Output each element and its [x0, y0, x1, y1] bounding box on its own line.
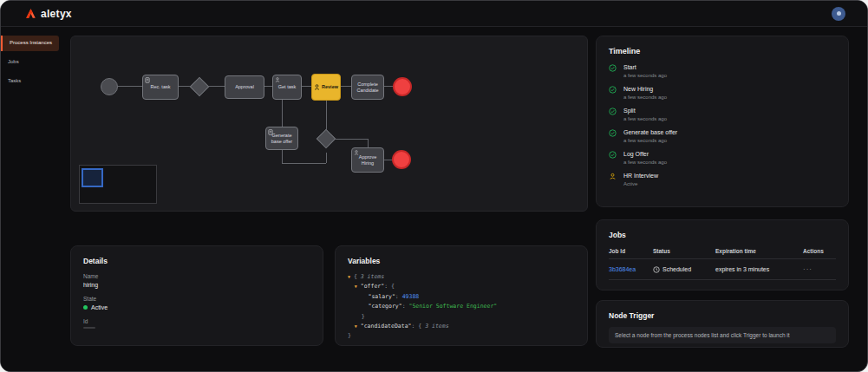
sidebar-item-label: Process Instances	[10, 40, 52, 45]
details-state-field: State Active	[83, 296, 310, 310]
col-status: Status	[653, 248, 715, 254]
active-state-dot	[83, 305, 88, 310]
timeline-item-label: Generate base offer	[623, 129, 677, 135]
aletyx-logo[interactable]: aletyx	[25, 8, 72, 20]
gateway-split-node[interactable]	[190, 77, 210, 97]
node-label: Approve Hiring	[354, 154, 382, 166]
edge	[282, 163, 326, 164]
task-node-rec-task[interactable]: Rec. task	[142, 75, 179, 100]
node-trigger-description: Select a node from the process nodes lis…	[609, 327, 836, 343]
details-panel: Details Name hiring State Active Id	[70, 245, 323, 346]
edge	[302, 86, 311, 87]
variables-title: Variables	[348, 257, 575, 265]
end-event-node-bottom[interactable]	[392, 150, 411, 169]
edge	[326, 153, 327, 163]
node-label: Rec. task	[151, 84, 171, 89]
col-job-id: Job Id	[609, 248, 653, 254]
jobs-table-row: 3b3684ea Scheduled expires in 3 minutes …	[609, 259, 836, 280]
edge	[341, 86, 351, 87]
timeline-item-label: Start	[623, 64, 667, 70]
edge	[118, 86, 142, 87]
job-actions-menu-button[interactable]: ···	[803, 265, 836, 273]
task-node-generate-base-offer[interactable]: Generate base offer	[265, 127, 298, 150]
json-key: "offer"	[361, 283, 384, 290]
timeline-item-split: Split a few seconds ago	[609, 108, 836, 121]
active-user-icon	[609, 173, 617, 186]
name-value: hiring	[83, 282, 310, 288]
json-brace: }	[348, 332, 351, 339]
timeline-item-sub: a few seconds ago	[623, 95, 667, 100]
json-colon: :	[395, 293, 399, 300]
collapse-arrow-icon[interactable]: ▼	[355, 284, 357, 289]
gateway-join-node[interactable]	[317, 129, 336, 149]
end-event-node-top[interactable]	[393, 77, 412, 96]
sidebar: Process Instances Jobs Tasks	[1, 27, 59, 371]
process-diagram-canvas[interactable]: Rec. task Approval Get task Review Compl…	[70, 36, 588, 212]
json-brace: {	[418, 323, 421, 330]
timeline-item-sub: a few seconds ago	[623, 160, 667, 165]
json-number: 49388	[402, 293, 420, 300]
node-label: Get task	[278, 84, 296, 89]
timeline-item-label: HR Interview	[623, 173, 658, 179]
sidebar-item-label: Tasks	[8, 78, 21, 83]
edge	[282, 100, 283, 127]
edge	[282, 150, 283, 163]
name-label: Name	[83, 273, 310, 279]
start-event-node[interactable]	[101, 78, 118, 95]
json-string: "Senior Software Engineer"	[408, 303, 497, 310]
aletyx-logo-icon	[25, 8, 36, 19]
collapse-arrow-icon[interactable]: ▼	[348, 274, 350, 279]
edge	[384, 86, 393, 87]
task-node-complete-candidate[interactable]: Complete Candidate	[351, 75, 384, 100]
script-task-icon	[268, 129, 273, 135]
task-node-get-task[interactable]: Get task	[272, 75, 302, 100]
edge	[326, 101, 327, 132]
collapse-arrow-icon[interactable]: ▼	[355, 323, 357, 329]
sidebar-item-label: Jobs	[8, 59, 19, 64]
user-avatar[interactable]	[832, 7, 845, 21]
json-colon: :	[384, 283, 388, 290]
check-circle-icon	[609, 86, 617, 100]
task-node-approve-hiring[interactable]: Approve Hiring	[351, 147, 384, 173]
details-name-field: Name hiring	[83, 273, 310, 288]
timeline-item-new-hiring: New Hiring a few seconds ago	[609, 86, 836, 100]
json-meta: 3 items	[425, 323, 448, 330]
timeline-item-sub: a few seconds ago	[623, 73, 667, 78]
task-node-approval[interactable]: Approval	[225, 75, 264, 99]
check-circle-icon	[609, 129, 617, 143]
sidebar-item-tasks[interactable]: Tasks	[1, 74, 59, 89]
job-id-link[interactable]: 3b3684ea	[609, 266, 653, 272]
sidebar-item-jobs[interactable]: Jobs	[1, 55, 59, 70]
jobs-title: Jobs	[609, 231, 836, 239]
minimap-viewport[interactable]	[82, 168, 103, 187]
job-status-text: Scheduled	[662, 266, 691, 272]
json-brace: }	[362, 313, 365, 320]
timeline-item-label: New Hiring	[623, 86, 667, 92]
task-node-review-active[interactable]: Review	[311, 74, 341, 101]
timeline-item-log-offer: Log Offer a few seconds ago	[609, 151, 836, 165]
details-title: Details	[83, 257, 310, 265]
json-key: "category"	[368, 303, 401, 310]
app-window: aletyx Process Instances Jobs Tasks	[0, 0, 868, 372]
variables-json-tree: ▼ { 3 items ▼ "offer": { "salary": 49388…	[348, 272, 575, 342]
timeline-item-label: Log Offer	[623, 151, 667, 157]
id-label: Id	[83, 318, 310, 324]
edge	[384, 160, 392, 160]
user-task-icon	[354, 150, 359, 155]
timeline-item-label: Split	[623, 108, 667, 114]
top-bar: aletyx	[1, 1, 867, 27]
logo-text: aletyx	[41, 8, 72, 20]
node-trigger-title: Node Trigger	[609, 311, 836, 320]
json-colon: :	[411, 323, 414, 330]
node-label: Complete Candidate	[354, 82, 382, 93]
sidebar-item-process-instances[interactable]: Process Instances	[1, 36, 59, 51]
col-expiration: Expiration time	[715, 248, 803, 254]
timeline-item-sub: Active	[623, 181, 658, 186]
col-actions: Actions	[803, 248, 836, 254]
diagram-minimap[interactable]	[79, 165, 157, 204]
check-circle-icon	[609, 108, 617, 121]
edge	[368, 139, 369, 147]
avatar-dot-icon	[837, 11, 841, 16]
state-value: Active	[91, 304, 108, 310]
job-expiration: expires in 3 minutes	[715, 266, 803, 272]
